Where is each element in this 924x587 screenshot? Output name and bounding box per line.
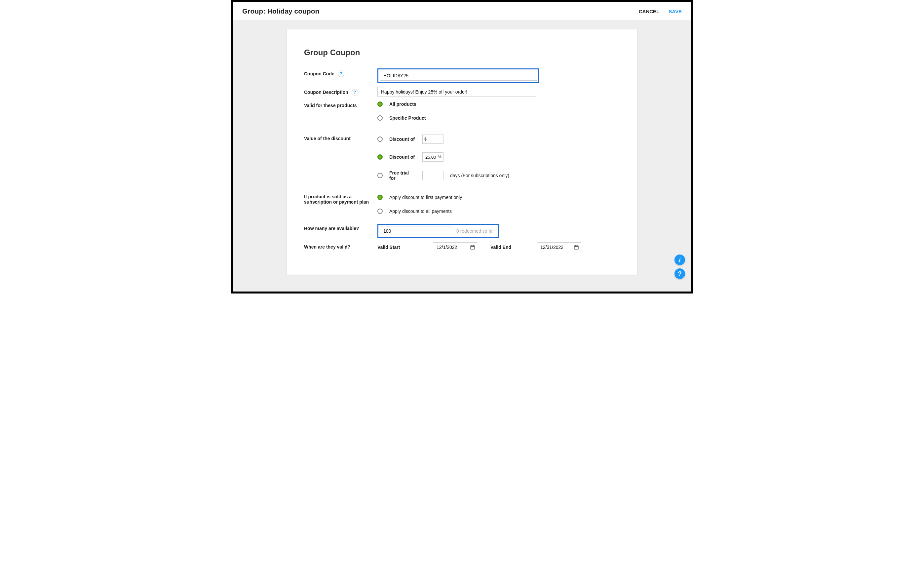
radio-group-discount: Discount of $ Discount of % bbox=[378, 134, 620, 181]
help-icon[interactable]: ? bbox=[351, 89, 358, 96]
valid-start-label: Valid Start bbox=[378, 245, 433, 250]
radio-option-specific-product: Specific Product bbox=[378, 115, 620, 120]
radio-apply-all-label: Apply discount to all payments bbox=[389, 209, 452, 214]
radio-apply-first-label: Apply discount to first payment only bbox=[389, 195, 462, 200]
label-coupon-description: Coupon Description ? bbox=[304, 87, 378, 96]
radio-all-products-label: All products bbox=[389, 101, 416, 107]
dollar-input-wrap: $ bbox=[422, 135, 444, 144]
row-value-discount: Value of the discount Discount of $ bbox=[304, 134, 620, 181]
radio-option-discount-dollar: Discount of $ bbox=[378, 135, 620, 144]
radio-group-apply: Apply discount to first payment only App… bbox=[378, 194, 620, 214]
label-available-text: How many are available? bbox=[304, 226, 359, 231]
label-coupon-code: Coupon Code ? bbox=[304, 68, 378, 77]
free-trial-days-input[interactable] bbox=[422, 171, 444, 180]
row-coupon-description: Coupon Description ? bbox=[304, 87, 620, 97]
label-available: How many are available? bbox=[304, 224, 378, 231]
label-value-discount-text: Value of the discount bbox=[304, 136, 351, 141]
label-valid-for-text: Valid for these products bbox=[304, 103, 356, 108]
label-when-valid-text: When are they valid? bbox=[304, 244, 350, 249]
svg-rect-3 bbox=[473, 245, 474, 246]
label-value-discount: Value of the discount bbox=[304, 134, 378, 141]
radio-apply-all[interactable] bbox=[378, 209, 383, 214]
help-icon[interactable]: ? bbox=[338, 70, 344, 77]
radio-specific-product[interactable] bbox=[378, 115, 383, 120]
available-input[interactable] bbox=[380, 226, 453, 236]
cancel-button[interactable]: CANCEL bbox=[639, 8, 660, 14]
percent-input-wrap: % bbox=[422, 152, 444, 162]
calendar-icon[interactable] bbox=[574, 245, 579, 250]
radio-option-all-products: All products bbox=[378, 101, 620, 107]
svg-rect-1 bbox=[470, 246, 475, 247]
save-button[interactable]: SAVE bbox=[668, 8, 682, 14]
row-subscription: If product is sold as a subscription or … bbox=[304, 194, 620, 214]
svg-rect-2 bbox=[472, 245, 472, 246]
discount-dollar-input[interactable] bbox=[422, 135, 444, 144]
coupon-code-input[interactable] bbox=[380, 71, 537, 81]
radio-group-products: All products Specific Product bbox=[378, 101, 620, 120]
valid-end-wrap bbox=[537, 242, 581, 252]
radio-free-trial-suffix: days (For subscriptions only) bbox=[450, 173, 509, 178]
card-title: Group Coupon bbox=[304, 48, 620, 57]
radio-specific-product-label: Specific Product bbox=[389, 115, 426, 120]
coupon-code-highlight bbox=[378, 68, 540, 83]
radio-all-products[interactable] bbox=[378, 101, 383, 107]
radio-option-apply-all: Apply discount to all payments bbox=[378, 209, 620, 214]
info-fab[interactable]: i bbox=[675, 254, 685, 265]
content-area: Group Coupon Coupon Code ? Coupon Descri… bbox=[233, 21, 691, 292]
valid-end-label: Valid End bbox=[490, 245, 537, 250]
radio-option-free-trial: Free trial for days (For subscriptions o… bbox=[378, 170, 620, 181]
label-subscription-text: If product is sold as a subscription or … bbox=[304, 194, 378, 204]
date-row: Valid Start Valid End bbox=[378, 242, 620, 252]
radio-discount-percent[interactable] bbox=[378, 154, 383, 160]
radio-discount-dollar[interactable] bbox=[378, 137, 383, 142]
discount-percent-input[interactable] bbox=[422, 152, 444, 162]
help-fab[interactable]: ? bbox=[675, 269, 685, 279]
row-valid-for: Valid for these products All products Sp… bbox=[304, 101, 620, 120]
radio-discount-dollar-label: Discount of bbox=[389, 137, 416, 142]
topbar-actions: CANCEL SAVE bbox=[639, 8, 682, 14]
radio-free-trial-prefix: Free trial for bbox=[389, 170, 416, 181]
label-valid-for: Valid for these products bbox=[304, 101, 378, 108]
radio-option-apply-first: Apply discount to first payment only bbox=[378, 195, 620, 200]
availability-highlight: 0 redeemed so far bbox=[378, 224, 499, 238]
row-available: How many are available? 0 redeemed so fa… bbox=[304, 224, 620, 238]
svg-rect-5 bbox=[574, 246, 578, 247]
label-coupon-code-text: Coupon Code bbox=[304, 71, 335, 76]
coupon-description-input[interactable] bbox=[378, 87, 536, 97]
svg-rect-7 bbox=[577, 245, 578, 246]
radio-apply-first[interactable] bbox=[378, 195, 383, 200]
row-coupon-code: Coupon Code ? bbox=[304, 68, 620, 83]
row-when-valid: When are they valid? Valid Start Valid E… bbox=[304, 242, 620, 252]
svg-rect-6 bbox=[575, 245, 576, 246]
form-card: Group Coupon Coupon Code ? Coupon Descri… bbox=[287, 30, 637, 275]
page-title: Group: Holiday coupon bbox=[242, 7, 319, 15]
label-when-valid: When are they valid? bbox=[304, 242, 378, 249]
radio-option-discount-percent: Discount of % bbox=[378, 152, 620, 162]
floating-buttons: i ? bbox=[675, 254, 685, 279]
radio-free-trial[interactable] bbox=[378, 173, 383, 178]
redeemed-text: 0 redeemed so far bbox=[456, 228, 497, 234]
valid-start-wrap bbox=[433, 242, 477, 252]
label-subscription: If product is sold as a subscription or … bbox=[304, 194, 378, 204]
radio-discount-percent-label: Discount of bbox=[389, 154, 416, 160]
calendar-icon[interactable] bbox=[470, 245, 475, 250]
topbar: Group: Holiday coupon CANCEL SAVE bbox=[233, 2, 691, 21]
label-coupon-description-text: Coupon Description bbox=[304, 89, 348, 95]
